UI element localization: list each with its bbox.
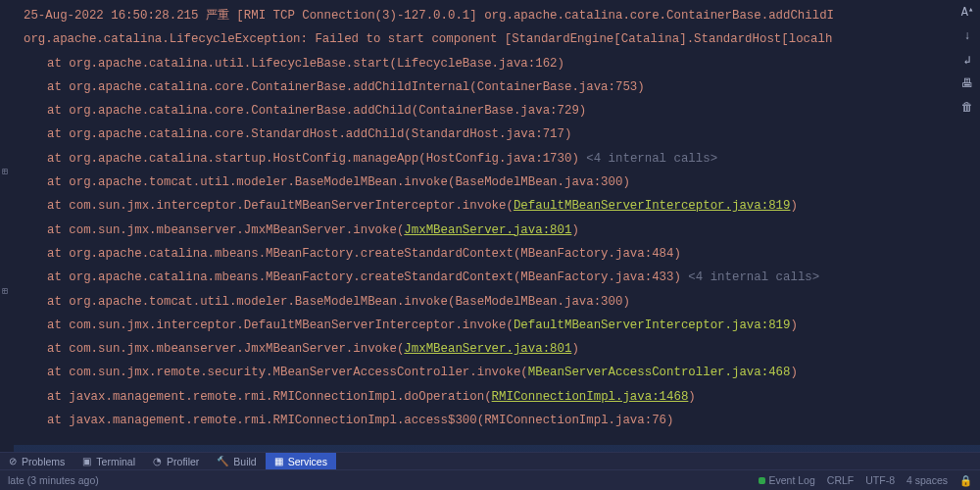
problems-icon: ⊘ xyxy=(9,456,17,466)
font-size-up-icon[interactable]: A▴ xyxy=(958,4,976,22)
stack-frame: at org.apache.catalina.util.LifecycleBas… xyxy=(18,52,978,75)
tool-window-tab-bar: ⊘ Problems ▣ Terminal ◔ Profiler 🔨 Build… xyxy=(0,452,980,470)
tab-profiler[interactable]: ◔ Profiler xyxy=(144,453,208,469)
tab-services[interactable]: ▦ Services xyxy=(266,453,336,469)
stack-frame[interactable]: at com.sun.jmx.mbeanserver.JmxMBeanServe… xyxy=(18,337,978,361)
stack-frame: at org.apache.catalina.core.ContainerBas… xyxy=(18,99,978,122)
print-icon[interactable]: 🖶 xyxy=(958,74,976,92)
stack-frame[interactable]: at com.sun.jmx.remote.security.MBeanServ… xyxy=(18,361,978,384)
status-indent[interactable]: 4 spaces xyxy=(906,474,948,486)
stack-frame: at org.apache.catalina.mbeans.MBeanFacto… xyxy=(18,242,978,266)
tab-terminal[interactable]: ▣ Terminal xyxy=(74,453,144,469)
event-log-dot-icon xyxy=(759,477,765,484)
build-icon: 🔨 xyxy=(217,456,228,466)
stack-frame[interactable]: at javax.management.remote.rmi.RMIConnec… xyxy=(18,385,978,409)
tab-problems[interactable]: ⊘ Problems xyxy=(0,453,74,469)
tab-label: Problems xyxy=(22,456,65,467)
stack-frame: at org.apache.tomcat.util.modeler.BaseMo… xyxy=(18,171,978,194)
event-log-label: Event Log xyxy=(769,474,815,486)
tab-label: Build xyxy=(233,456,256,467)
tab-label: Services xyxy=(288,456,327,467)
tab-build[interactable]: 🔨 Build xyxy=(208,453,265,469)
event-log-button[interactable]: Event Log xyxy=(759,474,815,486)
scroll-to-end-icon[interactable]: ↓ xyxy=(958,27,976,45)
services-icon: ▦ xyxy=(274,456,283,466)
stack-frame: at javax.management.remote.rmi.RMIConnec… xyxy=(18,409,978,432)
console-output: 25-Aug-2022 16:50:28.215 严重 [RMI TCP Con… xyxy=(14,0,980,452)
stack-frame[interactable]: at com.sun.jmx.mbeanserver.JmxMBeanServe… xyxy=(18,219,978,242)
status-bar: late (3 minutes ago) Event Log CRLF UTF-… xyxy=(0,470,980,490)
status-encoding[interactable]: UTF-8 xyxy=(865,474,895,486)
fold-marker-icon[interactable]: ⊞ xyxy=(2,287,8,297)
status-line-sep[interactable]: CRLF xyxy=(827,474,854,486)
stack-frame: at org.apache.catalina.core.ContainerBas… xyxy=(18,75,978,99)
status-lock-icon[interactable]: 🔒 xyxy=(959,474,972,487)
tab-label: Profiler xyxy=(167,456,199,467)
soft-wrap-icon[interactable]: ↲ xyxy=(958,51,976,69)
stack-frame: at org.apache.tomcat.util.modeler.BaseMo… xyxy=(18,290,978,314)
clear-icon[interactable]: 🗑 xyxy=(958,98,976,116)
stack-frame: at org.apache.catalina.mbeans.MBeanFacto… xyxy=(18,266,978,289)
stack-frame: at org.apache.catalina.core.StandardHost… xyxy=(18,122,978,146)
scrollbar-horizontal[interactable] xyxy=(14,445,980,452)
profiler-icon: ◔ xyxy=(153,456,162,466)
stack-frame[interactable]: at com.sun.jmx.interceptor.DefaultMBeanS… xyxy=(18,194,978,218)
terminal-icon: ▣ xyxy=(82,456,91,466)
stack-frame[interactable]: at com.sun.jmx.interceptor.DefaultMBeanS… xyxy=(18,314,978,337)
tab-label: Terminal xyxy=(96,456,135,467)
fold-marker-icon[interactable]: ⊞ xyxy=(2,168,8,177)
stack-frame: at org.apache.catalina.startup.HostConfi… xyxy=(18,147,978,171)
status-left-text: late (3 minutes ago) xyxy=(8,474,99,486)
